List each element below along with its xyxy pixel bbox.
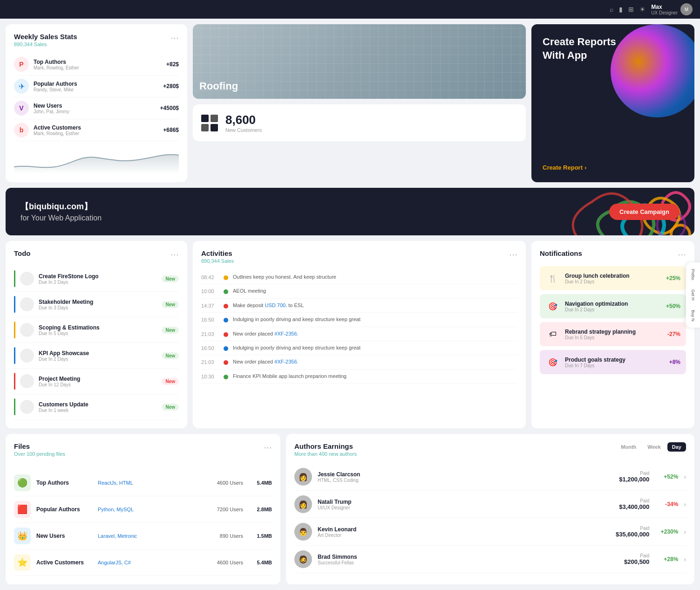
file-name-2: Popular Authors xyxy=(36,506,92,513)
sidebar-tab-geth[interactable]: Get H xyxy=(689,287,697,303)
todo-name-4: KPI App Showcase xyxy=(39,350,157,357)
author-item-2: 👩 Natali Trump UI/UX Designer Paid $3,40… xyxy=(294,491,686,518)
notif-item-2: 🎯 Navigation optimization Due In 2 Days … xyxy=(540,294,686,318)
todo-item-4: KPI App Showcase Due In 2 Days New xyxy=(14,343,179,369)
create-reports-card: Create ReportsWith App Create Report › xyxy=(531,24,694,182)
author-item-3: 👨 Kevin Leonard Art Director Paid $35,60… xyxy=(294,518,686,546)
notif-due-4: Due In 7 Days xyxy=(565,363,665,368)
activity-text-1: Outlines keep you honest. And keep struc… xyxy=(233,274,517,281)
todo-bar-5 xyxy=(14,373,15,390)
notif-item-4: 🎯 Product goals strategy Due In 7 Days +… xyxy=(540,350,686,374)
file-users-3: 890 Users xyxy=(206,533,243,539)
new-users-icon: V xyxy=(14,101,29,116)
activities-subtitle: 890,344 Sales xyxy=(201,258,234,264)
author-arrow-1[interactable]: › xyxy=(684,473,686,480)
campaign-subtitle: for Your Web Application xyxy=(20,214,102,222)
activity-dot-8 xyxy=(224,375,228,379)
new-users-name: New Users xyxy=(34,103,156,109)
activity-1: 08:42 Outlines keep you honest. And keep… xyxy=(201,270,517,284)
notifications-menu-icon[interactable]: ⋯ xyxy=(678,249,686,260)
todo-name-2: Stakeholder Meeting xyxy=(39,299,157,305)
new-customers-card: 8,600 New Customers xyxy=(193,104,526,141)
activity-link-5[interactable]: #XF-2356. xyxy=(274,331,298,336)
todo-due-5: Due In 12 Days xyxy=(39,382,157,387)
notif-title-1: Group lunch celebration xyxy=(565,273,661,279)
right-sidebar: Prebu Get H Buy N xyxy=(686,262,700,328)
stat-top-authors: P Top Authors Mark, Rowling, Esther +82$ xyxy=(14,54,179,75)
row-4: Files Over 100 pending files ⋯ 🟢 Top Aut… xyxy=(6,434,694,584)
author-arrow-3[interactable]: › xyxy=(684,528,686,535)
activity-time-2: 10:00 xyxy=(201,288,219,294)
todo-item-6: Customers Update Due In 1 week New xyxy=(14,394,179,420)
popular-authors-name: Popular Authors xyxy=(34,81,158,87)
file-icon-3: 👑 xyxy=(14,528,31,544)
file-size-4: 5.4MB xyxy=(249,560,272,565)
tab-day[interactable]: Day xyxy=(667,442,686,452)
grid-icon[interactable]: ⊞ xyxy=(628,6,634,13)
activity-time-3: 14:37 xyxy=(201,303,219,309)
sidebar-tab-buyn[interactable]: Buy N xyxy=(689,307,697,324)
author-name-2: Natali Trump xyxy=(318,499,613,505)
activity-6: 16:50 Indulging in poorly driving and ke… xyxy=(201,341,517,355)
file-tags-4: AngularJS, C# xyxy=(98,560,200,565)
activity-dot-7 xyxy=(224,360,228,365)
activity-dot-3 xyxy=(224,304,228,309)
todo-avatar-2 xyxy=(20,297,34,311)
files-menu-icon[interactable]: ⋯ xyxy=(264,442,272,453)
todo-avatar-4 xyxy=(20,349,34,363)
author-avatar-1: 👩 xyxy=(294,468,312,486)
file-users-4: 4600 Users xyxy=(206,560,243,565)
todo-menu-icon[interactable]: ⋯ xyxy=(170,249,179,260)
active-customers-icon: b xyxy=(14,123,29,137)
author-item-1: 👩 Jessie Clarcson HTML, CSS Coding Paid … xyxy=(294,463,686,491)
new-users-value: +4500$ xyxy=(160,105,179,111)
notif-due-1: Due In 2 Days xyxy=(565,279,661,284)
author-arrow-4[interactable]: › xyxy=(684,556,686,563)
sidebar-tab-prebu[interactable]: Prebu xyxy=(689,266,697,283)
author-amount-3: $35,600,000 xyxy=(616,531,649,538)
user-role: UX Designer xyxy=(651,10,678,15)
tab-week[interactable]: Week xyxy=(643,442,666,452)
notif-title-4: Product goals strategy xyxy=(565,357,665,363)
nc-sq-1 xyxy=(201,115,209,122)
todo-due-6: Due In 1 week xyxy=(39,408,157,413)
activity-text-3: Make deposit USD 700. to ESL xyxy=(233,302,517,309)
todo-bar-1 xyxy=(14,270,15,287)
settings-icon[interactable]: ☀ xyxy=(639,6,646,13)
author-name-3: Kevin Leonard xyxy=(318,526,610,533)
popular-authors-sub: Randy, Steve, Mike xyxy=(34,87,158,92)
activities-menu-icon[interactable]: ⋯ xyxy=(509,249,517,260)
todo-name-3: Scoping & Estimations xyxy=(39,324,157,331)
notif-pct-2: +50% xyxy=(666,303,680,309)
activity-link-3[interactable]: USD 700. xyxy=(265,302,287,308)
author-arrow-2[interactable]: › xyxy=(684,501,686,508)
author-avatar-2: 👩 xyxy=(294,495,312,513)
create-report-link[interactable]: Create Report › xyxy=(543,164,683,171)
stat-active-customers: b Active Customers Mark, Rowling, Esther… xyxy=(14,119,179,141)
author-role-2: UI/UX Designer xyxy=(318,505,613,510)
todo-badge-1: New xyxy=(162,275,179,282)
activity-time-6: 16:50 xyxy=(201,345,219,351)
weekly-sales-subtitle: 890,344 Sales xyxy=(14,41,77,47)
todo-badge-6: New xyxy=(162,404,179,411)
top-authors-value: +82$ xyxy=(166,61,179,68)
avatar[interactable]: M xyxy=(680,3,693,15)
bars-icon[interactable]: ▮ xyxy=(619,6,623,13)
active-customers-value: +686$ xyxy=(163,127,179,133)
weekly-sales-menu-icon[interactable]: ⋯ xyxy=(170,33,179,43)
tab-month[interactable]: Month xyxy=(616,442,641,452)
roofing-card: Roofing xyxy=(193,24,526,99)
activity-4: 16:50 Indulging in poorly driving and ke… xyxy=(201,313,517,327)
todo-badge-2: New xyxy=(162,301,179,308)
new-customers-label: New Customers xyxy=(225,127,262,133)
todo-bar-3 xyxy=(14,322,15,338)
todo-item-3: Scoping & Estimations Due In 5 Days New xyxy=(14,317,179,343)
create-campaign-button[interactable]: Create Campaign xyxy=(609,204,680,220)
notif-icon-2: 🎯 xyxy=(545,299,560,314)
todo-item-2: Stakeholder Meeting Due In 3 Days New xyxy=(14,292,179,317)
activity-link-7[interactable]: #XF-2356. xyxy=(274,359,298,364)
new-users-sub: John, Pat, Jimmy xyxy=(34,109,156,114)
todo-due-3: Due In 5 Days xyxy=(39,331,157,336)
search-icon[interactable]: ⌕ xyxy=(610,6,613,13)
file-item-1: 🟢 Top Authors ReactJs, HTML 4600 Users 5… xyxy=(14,470,272,496)
